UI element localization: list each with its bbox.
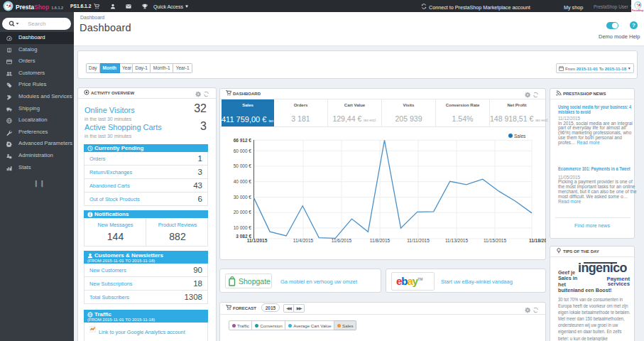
- svg-text:30 000 €: 30 000 €: [234, 195, 252, 200]
- svg-text:11/4/2015: 11/4/2015: [293, 238, 314, 243]
- svg-text:60 000 €: 60 000 €: [234, 148, 252, 153]
- svg-text:11/11/2015: 11/11/2015: [407, 238, 430, 243]
- svg-text:11/18/2015: 11/18/2015: [529, 238, 546, 243]
- svg-text:11/1/2015: 11/1/2015: [247, 238, 268, 243]
- svg-text:11/6/2015: 11/6/2015: [332, 238, 352, 243]
- svg-text:Sales: Sales: [514, 134, 526, 139]
- svg-text:66 912 €: 66 912 €: [234, 138, 252, 143]
- svg-text:11/13/2015: 11/13/2015: [445, 238, 468, 243]
- svg-text:50 000 €: 50 000 €: [234, 163, 252, 168]
- svg-text:10 000 €: 10 000 €: [234, 225, 252, 230]
- svg-text:40 000 €: 40 000 €: [234, 179, 252, 184]
- svg-text:11/15/2015: 11/15/2015: [484, 238, 506, 243]
- svg-text:11/8/2015: 11/8/2015: [370, 238, 391, 243]
- svg-text:20 000 €: 20 000 €: [234, 210, 252, 215]
